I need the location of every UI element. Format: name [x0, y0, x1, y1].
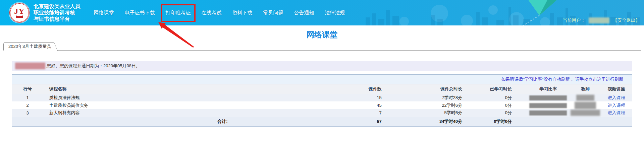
logo-monogram: JY — [14, 7, 24, 15]
col-header-lesson-count: 课件数 — [328, 84, 396, 94]
censored-progress-bar — [529, 110, 567, 115]
enter-course-link[interactable]: 进入课程 — [608, 110, 625, 115]
totals-label: 合计: — [12, 117, 328, 126]
welcome-notice-text: 您好。您的课程开通日期为：2020年05月08日。 — [47, 63, 140, 69]
lesson-count: 15 — [328, 94, 396, 101]
censored-username — [589, 17, 609, 23]
studied-duration: 0分 — [477, 101, 527, 109]
refresh-link[interactable]: 如果听课后"学习比率"没有自动刷新， 请手动点击这里进行刷新 — [501, 76, 623, 82]
col-header-total-duration: 课件总时长 — [396, 84, 477, 94]
table-row: 1 质检员法律法规 15 7学时28分 0分 进入课程 — [12, 94, 632, 101]
current-user-label: 当前用户： — [563, 17, 586, 23]
page-title: 网络课堂 — [0, 29, 644, 40]
totals-studied-duration: 0学时0分 — [477, 117, 527, 126]
studied-duration: 0分 — [477, 94, 527, 101]
main-nav: 网络课堂 电子证书下载 打印准考证 在线考试 资料下载 常见问题 公告通知 法律… — [93, 8, 346, 17]
platform-title-line2: 职业技能培训考核 — [34, 10, 80, 15]
enter-course-link[interactable]: 进入课程 — [608, 103, 625, 108]
row-index: 2 — [12, 101, 43, 109]
platform-title-line1: 北京建设类从业人员 — [34, 4, 80, 9]
logout-link[interactable]: 【安全退出】 — [613, 17, 640, 23]
censored-teacher-name — [576, 95, 594, 101]
course-name: 土建质检员岗位实务 — [43, 101, 328, 109]
censored-progress-bar — [529, 103, 567, 108]
tab-bar: 2020年3月土建质量员 — [3, 43, 641, 51]
course-name: 新大纲补充内容 — [43, 109, 328, 117]
totals-row: 合计: 67 34学时40分 0学时0分 — [12, 117, 632, 126]
table-row: 2 土建质检员岗位实务 45 22学时6分 0分 进入课程 — [12, 101, 632, 109]
censored-teacher-name — [575, 102, 596, 109]
studied-duration: 0分 — [477, 109, 527, 117]
course-name: 质检员法律法规 — [43, 94, 328, 101]
nav-print-admission-ticket[interactable]: 打印准考证 — [165, 8, 192, 17]
censored-teacher-name — [571, 110, 600, 116]
enter-course-link[interactable]: 进入课程 — [608, 95, 625, 100]
totals-total-duration: 34学时40分 — [396, 117, 477, 126]
col-header-course-name: 课程名称 — [43, 84, 328, 94]
user-area: 当前用户： 【安全退出】 — [563, 17, 640, 23]
tab-course-2020-03[interactable]: 2020年3月土建质量员 — [3, 42, 53, 51]
platform-logo[interactable]: JY 北京建设类从业人员 职业技能培训考核 与证书信息平台 — [9, 3, 80, 23]
welcome-notice: 您好。您的课程开通日期为：2020年05月08日。 — [12, 61, 632, 71]
col-header-teacher: 教师 — [570, 84, 601, 94]
lesson-count: 45 — [328, 101, 396, 109]
nav-materials-download[interactable]: 资料下载 — [232, 8, 253, 17]
nav-online-classroom[interactable]: 网络课堂 — [93, 8, 115, 17]
nav-faq[interactable]: 常见问题 — [263, 8, 284, 17]
table-header-row: 行号 课程名称 课件数 课件总时长 已学习时长 学习比率 教师 视频讲座 — [12, 84, 632, 94]
col-header-study-rate: 学习比率 — [527, 84, 570, 94]
logo-seal-icon: JY — [9, 3, 30, 23]
nav-online-exam[interactable]: 在线考试 — [201, 8, 222, 17]
col-header-index: 行号 — [12, 84, 43, 94]
col-header-video-lecture: 视频讲座 — [601, 84, 632, 94]
total-duration: 7学时28分 — [396, 94, 477, 101]
nav-certificate-download[interactable]: 电子证书下载 — [124, 8, 156, 17]
total-duration: 5学时6分 — [396, 109, 477, 117]
totals-lesson-count: 67 — [328, 117, 396, 126]
table-row: 3 新大纲补充内容 7 5学时6分 0分 进入课程 — [12, 109, 632, 117]
total-duration: 22学时6分 — [396, 101, 477, 109]
row-index: 3 — [12, 109, 43, 117]
row-index: 1 — [12, 94, 43, 101]
lesson-count: 7 — [328, 109, 396, 117]
censored-student-name — [15, 63, 45, 69]
col-header-studied-duration: 已学习时长 — [477, 84, 527, 94]
nav-laws-regulations[interactable]: 法律法规 — [324, 8, 346, 17]
book-icon — [16, 15, 23, 18]
app-header: JY 北京建设类从业人员 职业技能培训考核 与证书信息平台 网络课堂 电子证书下… — [0, 0, 644, 25]
nav-announcements[interactable]: 公告通知 — [293, 8, 315, 17]
platform-title: 北京建设类从业人员 职业技能培训考核 与证书信息平台 — [34, 3, 80, 23]
platform-title-line3: 与证书信息平台 — [34, 16, 80, 22]
refresh-notice-row: 如果听课后"学习比率"没有自动刷新， 请手动点击这里进行刷新 — [12, 75, 632, 84]
censored-progress-bar — [529, 95, 567, 100]
course-table: 如果听课后"学习比率"没有自动刷新， 请手动点击这里进行刷新 行号 课程名称 课… — [12, 74, 632, 127]
